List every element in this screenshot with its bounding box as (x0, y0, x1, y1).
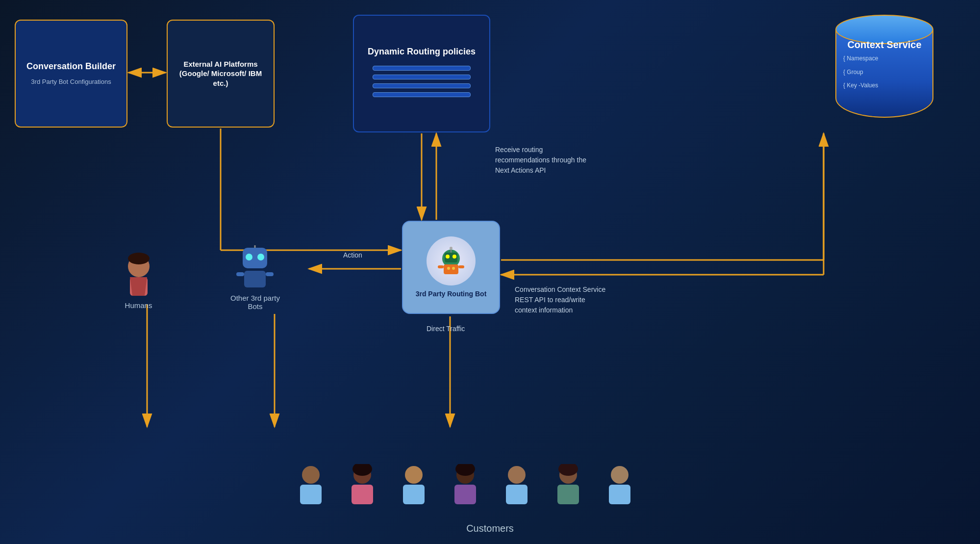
robot-icon-circle (427, 236, 476, 285)
customer-7 (604, 464, 636, 508)
customer-3-svg (398, 464, 430, 508)
cylinder-shape: Context Service { Namespace { Group { Ke… (835, 15, 933, 123)
receive-routing-label: Receive routing recommendations through … (495, 145, 642, 176)
context-service-namespace: { Namespace (835, 53, 933, 64)
human-svg (120, 253, 157, 299)
svg-point-39 (302, 466, 320, 484)
svg-point-23 (447, 267, 450, 270)
svg-point-24 (452, 267, 455, 270)
customer-5-svg (501, 464, 533, 508)
customer-3 (398, 464, 430, 508)
svg-rect-22 (444, 264, 458, 274)
svg-rect-36 (244, 271, 266, 287)
svg-rect-45 (403, 485, 425, 504)
svg-rect-38 (266, 272, 274, 276)
bot-svg (235, 245, 275, 292)
context-service-group: { Group (835, 67, 933, 78)
svg-rect-40 (300, 485, 322, 504)
humans-label: Humans (125, 301, 152, 310)
svg-rect-50 (506, 485, 528, 504)
customer-1-svg (295, 464, 327, 508)
svg-point-32 (246, 254, 252, 260)
routing-bot-box: 3rd Party Routing Bot (402, 221, 500, 314)
db-line-1 (373, 66, 471, 71)
other-bots-label: Other 3rd party Bots (230, 294, 280, 311)
customer-2 (347, 464, 378, 508)
context-service-cylinder: Context Service { Namespace { Group { Ke… (828, 15, 941, 132)
db-line-3 (373, 83, 471, 88)
svg-point-21 (450, 247, 452, 250)
customer-4 (450, 464, 481, 508)
dynamic-routing-box: Dynamic Routing policies (353, 15, 490, 132)
svg-rect-55 (609, 485, 630, 504)
conversation-builder-box: Conversation Builder 3rd Party Bot Confi… (15, 20, 127, 128)
routing-bot-title: 3rd Party Routing Bot (416, 289, 487, 298)
svg-rect-53 (557, 485, 579, 504)
svg-point-33 (257, 254, 264, 260)
context-rest-label: Conversation Context Service REST API to… (515, 285, 677, 315)
db-line-2 (373, 75, 471, 79)
customer-7-svg (604, 464, 636, 508)
customer-2-svg (347, 464, 378, 508)
svg-point-19 (452, 255, 456, 259)
context-service-title: Context Service (835, 39, 933, 51)
external-ai-title: External AI Platforms (Google/ Microsoft… (176, 59, 266, 88)
humans-figure: Humans (120, 253, 157, 310)
svg-point-49 (508, 466, 526, 484)
customers-label: Customers (466, 523, 514, 534)
other-bots-figure: Other 3rd party Bots (230, 245, 280, 311)
diagram-container: Conversation Builder 3rd Party Bot Confi… (0, 0, 980, 544)
svg-point-28 (128, 253, 150, 264)
action-label: Action (343, 250, 362, 260)
cylinder-content: Context Service { Namespace { Group { Ke… (835, 39, 933, 91)
svg-rect-26 (458, 265, 464, 268)
customer-6 (553, 464, 584, 508)
external-ai-box: External AI Platforms (Google/ Microsoft… (167, 20, 275, 128)
db-lines (373, 66, 471, 101)
customers-section: Customers (0, 464, 980, 544)
svg-rect-43 (352, 485, 373, 504)
customer-4-svg (450, 464, 481, 508)
conversation-builder-title: Conversation Builder (26, 61, 116, 72)
dynamic-routing-title: Dynamic Routing policies (368, 46, 476, 57)
customer-5 (501, 464, 533, 508)
svg-rect-37 (236, 272, 244, 276)
svg-point-18 (446, 255, 450, 259)
context-service-keyvalues: { Key -Values (835, 80, 933, 91)
svg-rect-25 (438, 265, 444, 268)
customers-row (295, 464, 636, 508)
svg-point-44 (405, 466, 423, 484)
customer-6-svg (553, 464, 584, 508)
robot-svg (434, 244, 468, 278)
svg-marker-30 (130, 277, 147, 296)
db-line-4 (373, 92, 471, 97)
customer-1 (295, 464, 327, 508)
svg-rect-48 (454, 485, 476, 504)
conversation-builder-subtitle: 3rd Party Bot Configurations (31, 78, 111, 86)
direct-traffic-label: Direct Traffic (427, 324, 465, 334)
svg-point-54 (611, 466, 628, 484)
